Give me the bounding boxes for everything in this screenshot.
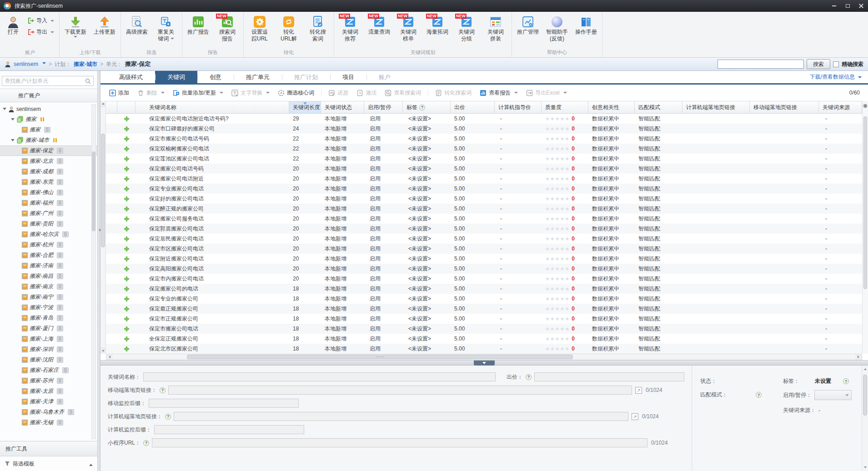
open-link-icon[interactable]: ↗ — [635, 387, 642, 394]
detail-panel-splitter[interactable] — [100, 360, 868, 366]
col-header-onoff[interactable]: 启用/暂停 — [364, 101, 403, 113]
promotion-tools-panel[interactable]: 推广工具 — [0, 441, 97, 456]
cell-plus[interactable] — [117, 224, 135, 234]
scroll-down-icon[interactable] — [862, 465, 868, 470]
table-vertical-scrollbar[interactable] — [100, 101, 106, 354]
text-replace-button[interactable]: 文字替换 — [227, 89, 274, 97]
col-header-tag[interactable]: 标签? — [403, 101, 451, 113]
keyword-recommend-button[interactable]: NEW关键词推荐 — [336, 13, 365, 49]
account-tree-search-input[interactable] — [2, 76, 94, 86]
sidebar-item-unit[interactable]: 搬家-保定0 — [0, 145, 97, 156]
pc-url-help-icon[interactable]: ? — [165, 414, 171, 420]
convert-search-term-button[interactable]: 转化搜索词 — [303, 13, 332, 49]
sidebar-item-unit[interactable]: 搬家-广州0 — [0, 208, 97, 219]
sidebar-item-unit[interactable]: 搬家-南京0 — [0, 281, 97, 292]
miniapp-url-help-icon[interactable]: ? — [143, 440, 149, 446]
table-row[interactable]: 保定市区搬家公司电话20本地新增启用<未设置>5.00-★★★★★0数据积累中智… — [106, 244, 862, 254]
table-row[interactable]: 保定市正规搬家公司18本地新增启用<未设置>5.00-★★★★★0数据积累中智能… — [106, 314, 862, 324]
cell-plus[interactable] — [117, 294, 135, 304]
cell-plus[interactable] — [117, 254, 135, 264]
cell-plus[interactable] — [117, 324, 135, 334]
import-button[interactable]: 导入 — [26, 16, 56, 25]
duplicate-keywords-button[interactable]: 重复关键词 — [151, 13, 181, 49]
cell-plus[interactable] — [117, 144, 135, 154]
table-row[interactable]: 保定醉正规的搬家公司20本地新增启用<未设置>5.00-★★★★★0数据积累中智… — [106, 204, 862, 214]
match-mode-help-icon[interactable]: ? — [756, 392, 762, 398]
table-row[interactable]: 全保定正规搬家公司18本地新增启用<未设置>5.00-★★★★★0数据积累中智能… — [106, 334, 862, 344]
batch-add-update-button[interactable]: 批量添加/更新 — [169, 89, 227, 97]
col-header-status[interactable]: 关键词状态 — [321, 101, 364, 113]
set-tracking-url-button[interactable]: 设置追踪URL — [245, 13, 274, 49]
cell-plus[interactable] — [117, 264, 135, 274]
activate-button[interactable]: 激活 — [352, 89, 381, 97]
convert-url-button[interactable]: 转化URL解 — [274, 13, 303, 49]
table-row[interactable]: 保定居民搬家公司电话20本地新增启用<未设置>5.00-★★★★★0数据积累中智… — [106, 234, 862, 244]
cell-plus[interactable] — [117, 274, 135, 284]
chevron-down-icon[interactable] — [42, 62, 46, 66]
table-row[interactable]: 保定附近搬家公司电话20本地新增启用<未设置>5.00-★★★★★0数据积累中智… — [106, 254, 862, 264]
table-row[interactable]: 保定市内搬家公司电话20本地新增启用<未设置>5.00-★★★★★0数据积累中智… — [106, 274, 862, 284]
col-header-match[interactable]: 匹配模式 — [635, 101, 682, 113]
table-row[interactable]: 保定双榆树搬家公司电话22本地新增启用<未设置>5.00-★★★★★0数据积累中… — [106, 144, 862, 154]
table-row[interactable]: 保定专业搬家公司电话20本地新增启用<未设置>5.00-★★★★★0数据积累中智… — [106, 184, 862, 194]
collapse-sidebar-icon[interactable] — [98, 221, 100, 239]
table-row[interactable]: 保定搬家公司电话号码20本地新增启用<未设置>5.00-★★★★★0数据积累中智… — [106, 164, 862, 174]
sidebar-item-unit[interactable]: 搬家-苏州0 — [0, 376, 97, 386]
sidebar-item-unit[interactable]: 搬家-深圳0 — [0, 344, 97, 355]
collapse-detail-panel-button[interactable] — [474, 361, 495, 366]
cell-plus[interactable] — [117, 134, 135, 144]
cell-plus[interactable] — [117, 244, 135, 254]
tab-高级样式[interactable]: 高级样式 — [107, 71, 155, 83]
traffic-query-button[interactable]: NEW流量查询 — [365, 13, 394, 49]
keyword-assemble-button[interactable]: 关键词拼装 — [481, 13, 510, 49]
sidebar-item-unit[interactable]: 搬家-成都0 — [0, 166, 97, 177]
sidebar-item-account[interactable]: senlinsem — [0, 104, 97, 114]
export-button[interactable]: 导出 — [26, 28, 56, 36]
keyword-name-field[interactable] — [143, 372, 496, 381]
sidebar-item-unit[interactable]: 搬家-厦门0 — [0, 323, 97, 334]
promotion-report-button[interactable]: 推广报告 — [184, 13, 213, 49]
scroll-down-icon[interactable] — [100, 348, 105, 354]
view-report-button[interactable]: 查看报告 — [476, 89, 522, 97]
table-horizontal-scrollbar[interactable] — [106, 354, 862, 360]
smart-assistant-button[interactable]: 智能助手(反馈) — [542, 13, 572, 49]
cell-plus[interactable] — [117, 204, 135, 214]
sidebar-item-unit[interactable]: 搬家-乌鲁木齐0 — [0, 407, 97, 417]
sidebar-item-unit[interactable]: 搬家-无锡0 — [0, 417, 97, 428]
tab-创意[interactable]: 创意 — [197, 71, 234, 83]
tree-scrollbar[interactable] — [91, 104, 96, 439]
miniapp-url-field[interactable] — [152, 438, 647, 447]
sidebar-item-unit[interactable]: 搬家-东莞0 — [0, 177, 97, 187]
table-row[interactable]: 保定高阳搬家公司电话20本地新增启用<未设置>5.00-★★★★★0数据积累中智… — [106, 264, 862, 274]
sidebar-item-unit[interactable]: 搬家-北京0 — [0, 156, 97, 166]
view-search-terms-button[interactable]: 查看搜索词 — [381, 89, 425, 97]
table-row[interactable]: 保定市搬家公司电话18本地新增启用<未设置>5.00-★★★★★0数据积累中智能… — [106, 324, 862, 334]
collapse-up-icon[interactable] — [89, 462, 93, 466]
maximize-button[interactable] — [841, 0, 854, 12]
upload-update-button[interactable]: 上传更新 — [90, 13, 119, 49]
table-row[interactable]: 保定市搬家公司电话号码22本地新增启用<未设置>5.00-★★★★★0数据积累中… — [106, 134, 862, 144]
scroll-left-icon[interactable] — [106, 354, 113, 360]
sidebar-item-unit[interactable]: 搬家-宁波0 — [0, 302, 97, 313]
manual-button[interactable]: 操作手册 — [572, 13, 601, 49]
right-scrollbar[interactable] — [863, 116, 867, 289]
select-core-words-button[interactable]: 圈选核心词 — [274, 89, 318, 97]
sidebar-item-unit[interactable]: 搬家-合肥0 — [0, 250, 97, 261]
sidebar-item-plan[interactable]: 搬家 — [0, 114, 97, 125]
cell-plus[interactable] — [117, 234, 135, 244]
restore-button[interactable]: 还原 — [324, 89, 352, 97]
sidebar-splitter[interactable] — [97, 71, 100, 471]
table-row[interactable]: 保定最正规搬家公司18本地新增启用<未设置>5.00-★★★★★0数据积累中智能… — [106, 304, 862, 314]
close-button[interactable] — [854, 0, 868, 12]
sidebar-item-unit[interactable]: 搬家-沈阳0 — [0, 355, 97, 365]
cell-plus[interactable] — [117, 114, 135, 124]
global-search-input[interactable] — [717, 60, 804, 69]
bid-field[interactable] — [534, 372, 684, 381]
cell-plus[interactable] — [117, 314, 135, 324]
col-header-source[interactable]: 关键词来源 — [819, 101, 862, 113]
tab-推广计划[interactable]: 推广计划 — [282, 71, 330, 83]
keyword-rank-button[interactable]: NEW关键词榜单 — [394, 13, 423, 49]
col-header-mobile_url[interactable]: 移动端落地页链接 — [750, 101, 819, 113]
cell-plus[interactable] — [117, 334, 135, 344]
sidebar-item-unit[interactable]: 搬家-南宁0 — [0, 292, 97, 302]
